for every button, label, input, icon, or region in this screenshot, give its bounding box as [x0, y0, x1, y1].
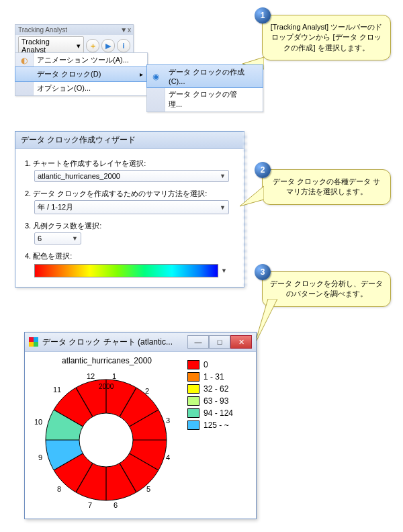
info-icon-button[interactable]: i: [117, 39, 130, 52]
class-count-select[interactable]: 6 ▼: [34, 232, 81, 245]
seg-label-9: 9: [38, 453, 42, 461]
wizard-step-3-label: 3. 凡例クラス数を選択:: [25, 221, 234, 231]
dataclock-wizard-window: データ クロック作成ウィザード 1. チャートを作成するレイヤを選択: atla…: [15, 131, 244, 287]
legend-row-5: 125 - ~: [187, 420, 233, 430]
submenu-item-create-dataclock[interactable]: ◉ データ クロックの作成(C)...: [146, 64, 263, 88]
layer-select[interactable]: atlantic_hurricanes_2000 ▼: [34, 170, 229, 182]
svg-marker-1: [240, 186, 264, 206]
add-layer-icon-button[interactable]: ＋: [86, 39, 99, 52]
summary-select-value: 年 / 1-12月: [38, 202, 73, 212]
summary-method-select[interactable]: 年 / 1-12月 ▼: [34, 200, 229, 214]
seg-label-2: 2: [145, 387, 149, 395]
wizard-titlebar: データ クロック作成ウィザード: [15, 132, 244, 149]
color-ramp-select[interactable]: ▼: [34, 264, 234, 277]
toolbar-titlebar: Tracking Analyst ▼ x: [15, 25, 133, 35]
dropdown-label: Tracking Analyst: [21, 38, 75, 54]
legend-label-4: 94 - 124: [204, 408, 233, 418]
wizard-body: 1. チャートを作成するレイヤを選択: atlantic_hurricanes_…: [15, 149, 244, 287]
menu-item-label: オプション(O)...: [37, 83, 91, 93]
callout-2-text: データ クロックの各種データ サマリ方法を選択します。: [273, 177, 380, 195]
callout-3-text: データ クロックを分析し、データのパターンを調べます。: [270, 279, 383, 298]
legend-row-4: 94 - 124: [187, 408, 233, 418]
chart-body: atlantic_hurricanes_2000: [25, 352, 256, 519]
wizard-title-text: データ クロック作成ウィザード: [21, 135, 136, 144]
menu-item-label: データ クロックの作成(C)...: [169, 67, 247, 85]
minimize-button[interactable]: —: [187, 335, 209, 349]
callout-1-text: [Tracking Analyst] ツールバーのドロップダウンから [データ …: [271, 23, 382, 52]
dataclock-create-icon: ◉: [150, 71, 162, 83]
chart-titlebar: データ クロック チャート (atlantic... — □ ✕: [25, 332, 256, 352]
layer-select-value: atlantic_hurricanes_2000: [38, 172, 120, 180]
animation-icon: ◐: [18, 54, 30, 66]
app-icon: [29, 337, 38, 347]
menu-item-label: アニメーション ツール(A)...: [37, 55, 129, 65]
badge-3: 3: [255, 264, 271, 280]
window-buttons: — □ ✕: [187, 335, 252, 349]
wizard-step-2-label: 2. データ クロックを作成するためのサマリ方法を選択:: [25, 189, 234, 199]
wizard-step-1-label: 1. チャートを作成するレイヤを選択:: [25, 159, 234, 169]
svg-point-16: [79, 413, 133, 467]
menu-item-label: データ クロック(D): [37, 69, 101, 79]
legend-row-1: 1 - 31: [187, 372, 233, 382]
callout-step-3: 3 データ クロックを分析し、データのパターンを調べます。: [262, 271, 391, 307]
callout-2-tail: [238, 182, 264, 209]
legend-swatch-1: [187, 372, 199, 382]
legend-label-2: 32 - 62: [204, 384, 228, 394]
class-count-value: 6: [38, 234, 42, 242]
callout-step-2: 2 データ クロックの各種データ サマリ方法を選択します。: [262, 169, 391, 205]
play-icon-button[interactable]: ▶: [101, 39, 115, 52]
svg-marker-2: [255, 299, 277, 345]
legend-row-0: 0: [187, 360, 233, 369]
chevron-down-icon: ▼: [72, 235, 78, 242]
seg-label-8: 8: [57, 485, 61, 493]
legend-row-3: 63 - 93: [187, 396, 233, 406]
menu-item-animation[interactable]: ◐ アニメーション ツール(A)...: [15, 53, 147, 67]
menu-item-dataclock[interactable]: データ クロック(D) ▸: [15, 66, 148, 82]
legend-swatch-0: [187, 360, 199, 369]
wizard-step-4-label: 4. 配色を選択:: [25, 251, 234, 261]
legend-swatch-5: [187, 420, 199, 430]
chevron-right-icon: ▸: [140, 71, 143, 78]
chevron-down-icon: ▾: [77, 42, 81, 50]
legend-label-3: 63 - 93: [204, 396, 228, 406]
chart-title-text: データ クロック チャート (atlantic...: [42, 337, 173, 348]
chart-area: atlantic_hurricanes_2000: [26, 356, 187, 512]
badge-2: 2: [255, 162, 271, 178]
seg-label-10: 10: [34, 418, 42, 426]
legend-label-1: 1 - 31: [204, 372, 224, 382]
chevron-down-icon: ▼: [221, 267, 227, 274]
close-button[interactable]: ✕: [230, 335, 252, 349]
chevron-down-icon: ▼: [220, 173, 226, 179]
toolbar-window-buttons[interactable]: ▼ x: [120, 26, 130, 34]
legend-swatch-4: [187, 408, 199, 418]
legend-label-5: 125 - ~: [204, 420, 229, 430]
callout-step-1: 1 [Tracking Analyst] ツールバーのドロップダウンから [デー…: [262, 15, 391, 60]
seg-label-3: 3: [166, 416, 170, 425]
dataclock-chart-window: データ クロック チャート (atlantic... — □ ✕ atlanti…: [24, 332, 257, 519]
chevron-down-icon: ▼: [220, 204, 226, 211]
seg-label-7: 7: [88, 501, 92, 509]
legend-swatch-3: [187, 396, 199, 406]
color-ramp-icon: [34, 264, 218, 277]
chart-legend: 0 1 - 31 32 - 62 63 - 93 94 - 124 125 - …: [187, 356, 233, 512]
legend-label-0: 0: [204, 360, 208, 369]
badge-1: 1: [255, 7, 271, 24]
ring-year-label: 2000: [99, 383, 114, 390]
seg-label-5: 5: [146, 485, 150, 493]
seg-label-1: 1: [112, 372, 116, 380]
menu-item-options[interactable]: オプション(O)...: [15, 81, 147, 95]
maximize-button[interactable]: □: [209, 335, 230, 349]
seg-label-12: 12: [87, 372, 95, 380]
menu-item-label: データ クロックの管理...: [169, 89, 247, 109]
legend-row-2: 32 - 62: [187, 384, 233, 394]
seg-label-11: 11: [53, 386, 61, 394]
seg-label-4: 4: [166, 453, 170, 461]
menu-level-1: ◐ アニメーション ツール(A)... データ クロック(D) ▸ オプション(…: [15, 52, 148, 96]
menu-level-2: ◉ データ クロックの作成(C)... データ クロックの管理...: [146, 64, 263, 112]
seg-label-6: 6: [114, 501, 118, 509]
legend-swatch-2: [187, 384, 199, 394]
chart-inner-title: atlantic_hurricanes_2000: [26, 356, 187, 365]
toolbar-title-text: Tracking Analyst: [18, 26, 67, 34]
submenu-item-manage-dataclock[interactable]: データ クロックの管理...: [147, 87, 263, 112]
